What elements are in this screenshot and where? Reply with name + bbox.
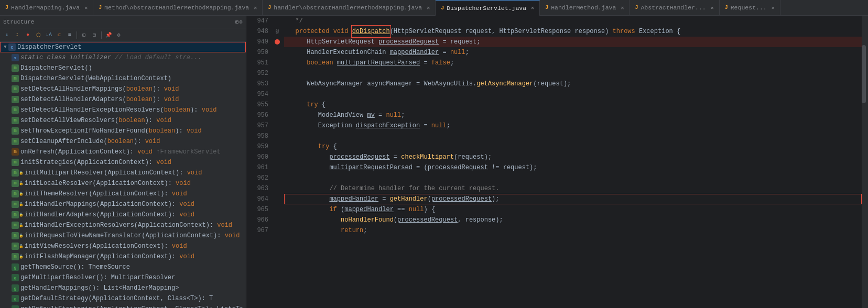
- item-text: DispatcherServlet(): [20, 64, 92, 72]
- method-icon: m: [12, 232, 19, 239]
- tab-handler-method[interactable]: J HandlerMethod.java ✕: [540, 0, 630, 16]
- list-item[interactable]: m 🔒 initFlashMapManager(ApplicationConte…: [0, 251, 246, 262]
- list-item[interactable]: m 🔒 initViewResolvers(ApplicationContext…: [0, 241, 246, 251]
- lock-icon: 🔒: [19, 202, 24, 206]
- list-item[interactable]: g getDefaultStrategy(ApplicationContext,…: [0, 293, 246, 304]
- list-item[interactable]: m DispatcherServlet(): [0, 63, 246, 73]
- getter-icon: g: [12, 274, 19, 281]
- toolbar-orange-btn[interactable]: ⬡: [34, 30, 43, 40]
- method-icon: m: [12, 201, 19, 208]
- expand-icon[interactable]: ⊞: [235, 19, 238, 25]
- list-item[interactable]: g getHandlerMappings(): List<HandlerMapp…: [0, 283, 246, 293]
- toolbar-group-btn[interactable]: ⊂: [55, 30, 64, 40]
- toolbar-settings-btn[interactable]: ⚙: [114, 30, 124, 40]
- toolbar-collapse-btn[interactable]: ⬇: [2, 30, 12, 40]
- item-text: getDefaultStrategy(ApplicationContext, C…: [20, 295, 213, 302]
- list-item[interactable]: m setThrowExceptionIfNoHandlerFound(bool…: [0, 126, 246, 136]
- root-class-name: DispatcherServlet: [17, 43, 81, 51]
- code-line: return;: [284, 225, 862, 236]
- code-line: noHandlerFound(processedRequest, respons…: [284, 215, 862, 225]
- static-icon: s: [12, 54, 19, 61]
- item-text: setDetectAllViewResolvers(boolean): void: [20, 117, 171, 124]
- close-icon[interactable]: ✕: [531, 5, 534, 11]
- item-text: initLocaleResolver(ApplicationContext): …: [25, 180, 191, 187]
- panel-toolbar: ⬇ ↕ ● ⬡ ↓A ⊂ ≡ ⊡ ⊞ 📌 ⚙: [0, 28, 246, 42]
- java-icon: J: [99, 5, 102, 10]
- method-icon: m: [12, 117, 19, 124]
- method-icon: m: [12, 222, 19, 229]
- tab-abstract-handler-mapping[interactable]: J handler\AbstractHandlerMethodMapping.j…: [263, 0, 436, 16]
- method-icon: m: [12, 253, 19, 260]
- scroll-indicator[interactable]: [862, 16, 868, 308]
- list-item[interactable]: s static class initializer // Load defau…: [0, 52, 246, 63]
- method-icon: m: [12, 127, 19, 135]
- toolbar-visibility-btn[interactable]: ≡: [65, 30, 74, 40]
- method-icon: m: [12, 75, 19, 82]
- list-item[interactable]: g getMultipartResolver(): MultipartResol…: [0, 272, 246, 283]
- structure-list[interactable]: ▼ C DispatcherServlet s static class ini…: [0, 42, 246, 308]
- item-text: initViewResolvers(ApplicationContext): v…: [25, 243, 187, 250]
- structure-root[interactable]: ▼ C DispatcherServlet: [0, 42, 246, 52]
- list-item[interactable]: m setDetectAllHandlerExceptionResolvers(…: [0, 105, 246, 115]
- code-line: protected void doDispatch(HttpServletReq…: [284, 26, 862, 37]
- method-icon: m: [12, 190, 19, 197]
- structure-panel: Structure ⊞ ⚙ ⬇ ↕ ● ⬡ ↓A ⊂ ≡ ⊡ ⊞ 📌 ⚙ ▼: [0, 16, 246, 308]
- list-item[interactable]: m 🔒 initHandlerMappings(ApplicationConte…: [0, 199, 246, 210]
- item-text: getThemeSource(): ThemeSource: [20, 263, 130, 271]
- list-item[interactable]: m setDetectAllHandlerAdapters(boolean): …: [0, 94, 246, 105]
- code-container: 947 948 949 950 951 952 953 954 955 956 …: [246, 16, 868, 308]
- method-icon: m: [12, 138, 19, 145]
- tab-dispatcher-servlet[interactable]: J DispatcherServlet.java ✕: [436, 0, 540, 16]
- list-item[interactable]: m setCleanupAfterInclude(boolean): void: [0, 136, 246, 147]
- tab-bar: J HandlerMapping.java ✕ J method\Abstrac…: [0, 0, 868, 16]
- item-text: getMultipartResolver(): MultipartResolve…: [20, 274, 175, 281]
- item-text: onRefresh(ApplicationContext): void ↑Fra…: [20, 148, 221, 156]
- list-item[interactable]: m 🔒 initLocaleResolver(ApplicationContex…: [0, 178, 246, 189]
- tab-request[interactable]: J Request... ✕: [720, 0, 780, 16]
- close-icon[interactable]: ✕: [772, 5, 775, 11]
- toolbar-align-right-btn[interactable]: ⊞: [90, 30, 99, 40]
- settings-icon[interactable]: ⚙: [240, 19, 243, 25]
- close-icon[interactable]: ✕: [427, 5, 430, 11]
- list-item[interactable]: g getDefaultStrategies(ApplicationContex…: [0, 304, 246, 308]
- list-item[interactable]: m 🔒 initRequestToViewNameTranslator(Appl…: [0, 230, 246, 241]
- tab-handler-mapping[interactable]: J HandlerMapping.java ✕: [0, 0, 93, 16]
- list-item[interactable]: m initStrategies(ApplicationContext): vo…: [0, 157, 246, 168]
- code-line: [284, 173, 862, 183]
- item-text: setDetectAllHandlerExceptionResolvers(bo…: [20, 106, 217, 114]
- getter-icon: g: [12, 263, 19, 271]
- close-icon[interactable]: ✕: [621, 5, 624, 11]
- lock-icon: 🔒: [19, 171, 24, 175]
- list-item[interactable]: m 🔒 initMultipartResolver(ApplicationCon…: [0, 168, 246, 178]
- close-icon[interactable]: ✕: [84, 5, 88, 11]
- getter-icon: g: [12, 295, 19, 302]
- code-line: [284, 89, 862, 100]
- java-icon: J: [5, 5, 8, 10]
- list-item[interactable]: m setDetectAllHandlerMappings(boolean): …: [0, 84, 246, 94]
- toolbar-red-btn[interactable]: ●: [23, 30, 32, 40]
- method-icon: m: [12, 211, 19, 218]
- item-text: setDetectAllHandlerMappings(boolean): vo…: [20, 85, 179, 93]
- toolbar-sort-btn[interactable]: ↓A: [44, 30, 53, 40]
- list-item[interactable]: m DispatcherServlet(WebApplicationContex…: [0, 73, 246, 84]
- code-line: boolean multipartRequestParsed = false;: [284, 58, 862, 68]
- list-item[interactable]: g getThemeSource(): ThemeSource: [0, 262, 246, 272]
- code-line: ModelAndView mv = null;: [284, 110, 862, 120]
- toolbar-align-left-btn[interactable]: ⊡: [79, 30, 89, 40]
- list-item[interactable]: m onRefresh(ApplicationContext): void ↑F…: [0, 147, 246, 157]
- item-text: initThemeResolver(ApplicationContext): v…: [25, 190, 187, 197]
- tab-label: Request...: [731, 4, 767, 11]
- list-item[interactable]: m 🔒 initHandlerAdapters(ApplicationConte…: [0, 210, 246, 220]
- close-icon[interactable]: ✕: [711, 5, 714, 11]
- close-icon[interactable]: ✕: [254, 5, 257, 11]
- tab-abstract-handler-method[interactable]: J method\AbstractHandlerMethodMapping.ja…: [93, 0, 263, 16]
- code-content[interactable]: */ protected void doDispatch(HttpServlet…: [282, 16, 862, 308]
- toolbar-expand-btn[interactable]: ↕: [13, 30, 22, 40]
- gutter: @: [273, 16, 282, 308]
- toolbar-pin-btn[interactable]: 📌: [104, 30, 113, 40]
- list-item[interactable]: m setDetectAllViewResolvers(boolean): vo…: [0, 115, 246, 126]
- annotation-mark: @: [273, 26, 282, 37]
- list-item[interactable]: m 🔒 initThemeResolver(ApplicationContext…: [0, 189, 246, 199]
- tab-abstract-handler-2[interactable]: J AbstractHandler... ✕: [630, 0, 719, 16]
- list-item[interactable]: m 🔒 initHandlerExceptionResolvers(Applic…: [0, 220, 246, 230]
